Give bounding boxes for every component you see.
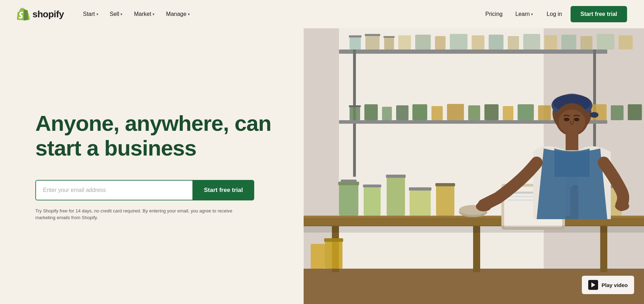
svg-rect-11 xyxy=(383,36,395,38)
svg-rect-23 xyxy=(597,34,614,49)
svg-rect-54 xyxy=(341,180,357,182)
svg-rect-8 xyxy=(365,35,380,49)
svg-rect-57 xyxy=(387,177,405,216)
nav-start-trial-button[interactable]: Start free trial xyxy=(571,6,627,22)
hero-section: Anyone, anywhere, can start a business S… xyxy=(0,28,644,304)
svg-rect-84 xyxy=(566,133,578,150)
hero-image: Play video xyxy=(304,28,644,304)
svg-rect-20 xyxy=(544,35,557,49)
play-video-label: Play video xyxy=(602,282,628,288)
chevron-down-icon: ▾ xyxy=(120,12,123,17)
svg-rect-6 xyxy=(350,36,361,49)
chevron-down-icon: ▾ xyxy=(96,12,99,17)
svg-rect-25 xyxy=(353,120,356,177)
hero-heading: Anyone, anywhere, can start a business xyxy=(35,111,275,160)
chevron-down-icon: ▾ xyxy=(188,12,190,17)
svg-rect-2 xyxy=(339,28,544,304)
svg-point-82 xyxy=(476,201,491,211)
svg-rect-55 xyxy=(364,187,381,216)
email-input[interactable] xyxy=(35,180,192,200)
svg-rect-9 xyxy=(365,34,380,36)
hero-start-trial-button[interactable]: Start free trial xyxy=(192,180,254,200)
svg-rect-18 xyxy=(508,36,519,49)
chevron-down-icon: ▾ xyxy=(531,12,533,17)
svg-point-86 xyxy=(564,118,570,121)
svg-rect-31 xyxy=(382,107,392,120)
nav-learn[interactable]: Learn ▾ xyxy=(510,8,538,20)
play-video-button[interactable]: Play video xyxy=(582,276,634,294)
svg-point-85 xyxy=(590,112,598,118)
hero-form: Start free trial xyxy=(35,180,254,200)
nav-login[interactable]: Log in xyxy=(541,8,568,20)
svg-rect-90 xyxy=(324,238,343,242)
logo-link[interactable]: shopify xyxy=(17,8,64,21)
main-nav: shopify Start ▾ Sell ▾ Market ▾ Manage ▾… xyxy=(0,0,644,28)
hero-photo xyxy=(304,28,644,304)
hero-scene-illustration xyxy=(304,28,644,304)
svg-rect-15 xyxy=(450,34,467,49)
svg-rect-89 xyxy=(325,240,342,269)
play-icon xyxy=(588,280,598,290)
svg-rect-51 xyxy=(600,226,607,272)
svg-rect-52 xyxy=(339,184,358,216)
svg-rect-22 xyxy=(580,36,592,49)
svg-rect-37 xyxy=(484,104,499,120)
svg-rect-39 xyxy=(518,104,534,120)
hero-disclaimer: Try Shopify free for 14 days, no credit … xyxy=(35,207,240,221)
nav-start[interactable]: Start ▾ xyxy=(78,8,103,20)
svg-rect-45 xyxy=(628,104,642,120)
svg-point-80 xyxy=(559,110,585,134)
nav-manage[interactable]: Manage ▾ xyxy=(161,8,195,20)
svg-rect-34 xyxy=(431,106,443,120)
shopify-logo-icon xyxy=(17,8,30,21)
play-triangle-icon xyxy=(591,282,595,287)
svg-rect-62 xyxy=(435,183,455,186)
svg-rect-21 xyxy=(561,35,576,49)
nav-market[interactable]: Market ▾ xyxy=(129,8,160,20)
svg-rect-35 xyxy=(447,104,464,120)
svg-rect-28 xyxy=(350,106,360,120)
svg-rect-30 xyxy=(364,104,378,120)
svg-rect-12 xyxy=(398,35,411,49)
svg-rect-3 xyxy=(339,49,607,54)
svg-rect-58 xyxy=(386,175,406,178)
nav-pricing[interactable]: Pricing xyxy=(481,8,508,20)
svg-rect-14 xyxy=(435,36,446,49)
svg-rect-10 xyxy=(384,37,394,49)
svg-rect-61 xyxy=(436,185,454,216)
svg-rect-7 xyxy=(349,35,362,37)
nav-left-links: Start ▾ Sell ▾ Market ▾ Manage ▾ xyxy=(78,8,481,20)
svg-point-83 xyxy=(615,201,629,211)
svg-rect-16 xyxy=(472,35,484,49)
svg-rect-19 xyxy=(523,34,540,49)
svg-rect-88 xyxy=(304,226,644,233)
svg-rect-29 xyxy=(349,105,361,107)
svg-rect-40 xyxy=(538,105,551,120)
svg-rect-56 xyxy=(363,185,381,187)
svg-point-87 xyxy=(574,118,579,121)
svg-rect-13 xyxy=(415,35,431,49)
hero-content: Anyone, anywhere, can start a business S… xyxy=(0,28,304,304)
svg-rect-91 xyxy=(311,244,325,269)
nav-right-links: Pricing Learn ▾ Log in Start free trial xyxy=(481,6,627,22)
svg-rect-59 xyxy=(410,189,431,216)
svg-rect-60 xyxy=(409,187,431,191)
svg-rect-24 xyxy=(619,35,633,49)
svg-rect-36 xyxy=(468,105,480,120)
svg-rect-32 xyxy=(396,105,409,120)
chevron-down-icon: ▾ xyxy=(153,12,155,17)
nav-sell[interactable]: Sell ▾ xyxy=(105,8,128,20)
svg-rect-44 xyxy=(611,105,624,120)
svg-rect-38 xyxy=(503,106,513,120)
svg-rect-50 xyxy=(473,226,480,272)
brand-name: shopify xyxy=(32,9,64,20)
svg-rect-17 xyxy=(489,35,503,49)
svg-rect-33 xyxy=(412,104,427,120)
